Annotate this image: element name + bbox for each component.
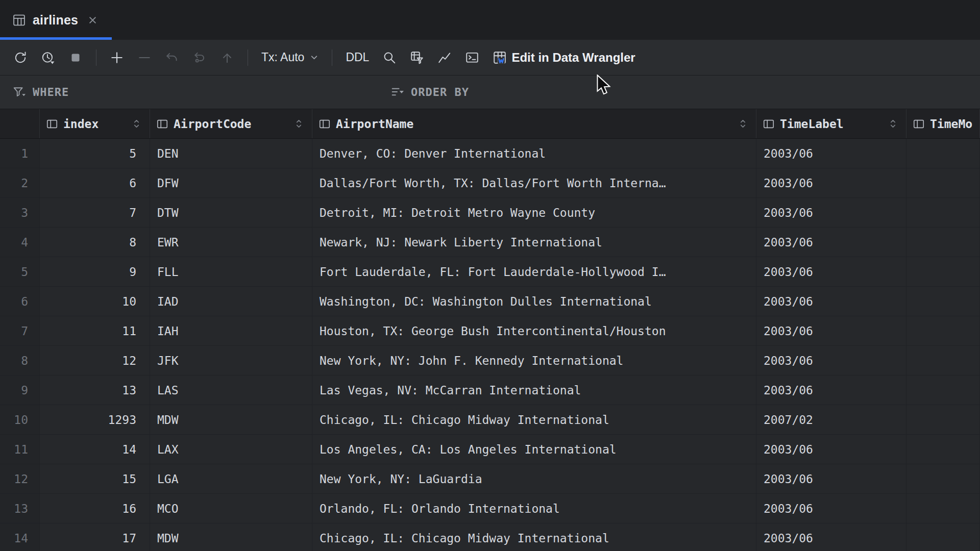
grid-cell[interactable]: LAS [150, 375, 312, 405]
grid-cell[interactable]: EWR [150, 228, 312, 257]
grid-cell[interactable] [906, 257, 980, 287]
row-number[interactable]: 13 [0, 494, 40, 523]
row-number[interactable]: 7 [0, 316, 40, 346]
grid-cell[interactable]: 2003/06 [756, 198, 906, 228]
grid-cell[interactable]: Denver, CO: Denver International [312, 139, 756, 168]
row-number[interactable]: 2 [0, 168, 40, 198]
grid-cell[interactable] [906, 287, 980, 316]
grid-cell[interactable]: DEN [150, 139, 312, 168]
grid-cell[interactable]: 2003/06 [756, 346, 906, 375]
grid-cell[interactable]: Chicago, IL: Chicago Midway Internationa… [312, 523, 756, 551]
column-header-timelabel[interactable]: TimeLabel [756, 109, 906, 138]
grid-cell[interactable]: LGA [150, 464, 312, 494]
grid-cell[interactable]: 2003/06 [756, 287, 906, 316]
grid-cell[interactable]: 12 [40, 346, 150, 375]
search-icon[interactable] [382, 51, 397, 65]
reload-data-icon[interactable] [13, 51, 28, 65]
column-header-airportname[interactable]: AirportName [312, 109, 756, 138]
grid-cell[interactable] [906, 435, 980, 464]
local-filter-icon[interactable] [410, 51, 424, 65]
grid-cell[interactable]: LAX [150, 435, 312, 464]
column-header-timemo[interactable]: TimeMo [906, 109, 980, 138]
grid-cell[interactable]: MCO [150, 494, 312, 523]
ddl-button[interactable]: DDL [346, 51, 369, 64]
grid-cell[interactable] [906, 316, 980, 346]
row-number[interactable]: 12 [0, 464, 40, 494]
grid-cell[interactable]: New York, NY: LaGuardia [312, 464, 756, 494]
grid-cell[interactable]: Las Vegas, NV: McCarran International [312, 375, 756, 405]
row-number[interactable]: 1 [0, 139, 40, 168]
row-number[interactable]: 10 [0, 405, 40, 435]
grid-cell[interactable]: DFW [150, 168, 312, 198]
grid-cell[interactable]: MDW [150, 405, 312, 435]
grid-cell[interactable] [906, 168, 980, 198]
row-number[interactable]: 14 [0, 523, 40, 551]
grid-cell[interactable]: 14 [40, 435, 150, 464]
delete-row-icon[interactable] [137, 51, 152, 65]
sort-toggle-icon[interactable] [889, 117, 897, 130]
chart-view-icon[interactable] [437, 51, 452, 65]
grid-cell[interactable]: 2003/06 [756, 494, 906, 523]
undo-icon[interactable] [165, 51, 179, 65]
grid-cell[interactable]: 11 [40, 316, 150, 346]
grid-cell[interactable]: Chicago, IL: Chicago Midway Internationa… [312, 405, 756, 435]
tx-mode-dropdown[interactable]: Tx: Auto [261, 51, 318, 64]
revert-changes-icon[interactable] [192, 51, 207, 65]
grid-cell[interactable]: 2003/06 [756, 435, 906, 464]
close-tab-icon[interactable] [87, 14, 99, 26]
grid-cell[interactable]: 2003/06 [756, 316, 906, 346]
column-header-airportcode[interactable]: AirportCode [150, 109, 312, 138]
grid-cell[interactable]: Detroit, MI: Detroit Metro Wayne County [312, 198, 756, 228]
grid-cell[interactable]: Dallas/Fort Worth, TX: Dallas/Fort Worth… [312, 168, 756, 198]
grid-cell[interactable] [906, 405, 980, 435]
grid-cell[interactable]: Orlando, FL: Orlando International [312, 494, 756, 523]
grid-cell[interactable]: 2003/06 [756, 168, 906, 198]
row-number[interactable]: 5 [0, 257, 40, 287]
grid-cell[interactable]: 5 [40, 139, 150, 168]
grid-cell[interactable] [906, 523, 980, 551]
sort-toggle-icon[interactable] [739, 117, 747, 130]
grid-cell[interactable]: 2003/06 [756, 464, 906, 494]
grid-cell[interactable]: Washington, DC: Washington Dulles Intern… [312, 287, 756, 316]
row-number[interactable]: 6 [0, 287, 40, 316]
grid-cell[interactable]: IAH [150, 316, 312, 346]
grid-cell[interactable]: 6 [40, 168, 150, 198]
add-row-icon[interactable] [110, 51, 124, 65]
grid-cell[interactable]: 2003/06 [756, 257, 906, 287]
row-number[interactable]: 4 [0, 228, 40, 257]
grid-cell[interactable] [906, 494, 980, 523]
row-number[interactable]: 11 [0, 435, 40, 464]
grid-cell[interactable]: 8 [40, 228, 150, 257]
row-number[interactable]: 8 [0, 346, 40, 375]
stop-icon[interactable] [68, 51, 83, 65]
grid-cell[interactable]: 2003/06 [756, 228, 906, 257]
grid-cell[interactable]: IAD [150, 287, 312, 316]
query-history-icon[interactable] [41, 51, 55, 65]
sort-toggle-icon[interactable] [133, 117, 140, 130]
console-icon[interactable] [465, 51, 479, 65]
edit-in-data-wrangler-button[interactable]: Edit in Data Wrangler [493, 51, 635, 65]
grid-cell[interactable]: 2003/06 [756, 523, 906, 551]
grid-cell[interactable] [906, 346, 980, 375]
grid-cell[interactable]: 16 [40, 494, 150, 523]
grid-cell[interactable]: New York, NY: John F. Kennedy Internatio… [312, 346, 756, 375]
sort-toggle-icon[interactable] [295, 117, 303, 130]
row-number[interactable]: 9 [0, 375, 40, 405]
order-by-input[interactable]: ORDER BY [390, 76, 469, 109]
grid-cell[interactable]: 13 [40, 375, 150, 405]
grid-cell[interactable] [906, 375, 980, 405]
grid-cell[interactable]: 1293 [40, 405, 150, 435]
row-number[interactable]: 3 [0, 198, 40, 228]
grid-cell[interactable]: 10 [40, 287, 150, 316]
grid-cell[interactable]: 2007/02 [756, 405, 906, 435]
grid-cell[interactable] [906, 464, 980, 494]
grid-cell[interactable]: JFK [150, 346, 312, 375]
grid-cell[interactable]: 2003/06 [756, 139, 906, 168]
column-header-index[interactable]: index [40, 109, 150, 138]
grid-cell[interactable]: 9 [40, 257, 150, 287]
grid-cell[interactable]: DTW [150, 198, 312, 228]
grid-cell[interactable]: Houston, TX: George Bush Intercontinenta… [312, 316, 756, 346]
grid-cell[interactable]: MDW [150, 523, 312, 551]
submit-icon[interactable] [220, 51, 234, 65]
grid-cell[interactable]: Fort Lauderdale, FL: Fort Lauderdale-Hol… [312, 257, 756, 287]
